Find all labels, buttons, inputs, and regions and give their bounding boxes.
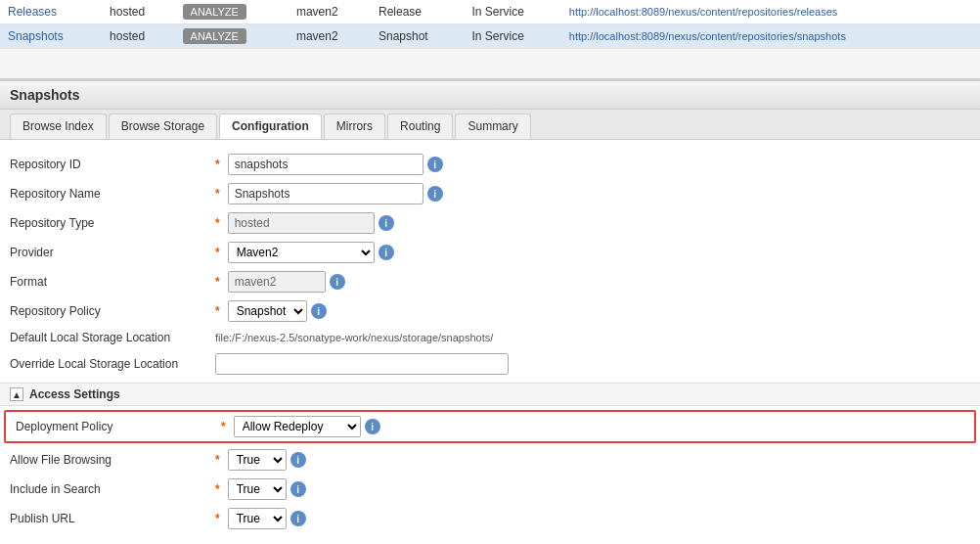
repo-name-row: Repository Name * i <box>0 179 980 208</box>
repo-type-info-icon[interactable]: i <box>379 215 394 231</box>
deployment-policy-value: * Allow Redeploy Disable Redeploy Read O… <box>221 416 380 437</box>
tab-bar: Browse IndexBrowse StorageConfigurationM… <box>0 110 980 140</box>
override-storage-input[interactable] <box>215 353 509 375</box>
include-search-select[interactable]: True False <box>228 478 287 500</box>
provider-value: * Maven2 i <box>215 242 394 263</box>
deployment-policy-select[interactable]: Allow Redeploy Disable Redeploy Read Onl… <box>234 416 361 437</box>
status-cell: In Service <box>464 0 560 24</box>
publish-url-label: Publish URL <box>10 512 215 525</box>
repo-policy-row: Repository Policy * Snapshot Release i <box>0 296 980 326</box>
provider-cell: maven2 <box>289 24 371 49</box>
repo-type-row: Repository Type * i <box>0 208 980 238</box>
allow-browsing-row: Allow File Browsing * True False i <box>0 445 980 475</box>
allow-browsing-select[interactable]: True False <box>228 449 287 471</box>
format-value: * i <box>215 271 345 293</box>
analyze-cell[interactable]: ANALYZE <box>175 24 289 49</box>
repo-type-cell: hosted <box>102 0 174 24</box>
include-search-label: Include in Search <box>10 482 215 496</box>
override-storage-row: Override Local Storage Location <box>0 349 980 379</box>
provider-info-icon[interactable]: i <box>379 245 394 260</box>
repo-name-info-icon[interactable]: i <box>427 186 443 202</box>
required-star-2: * <box>215 187 220 201</box>
required-star-7: * <box>221 420 226 433</box>
panel-title: Snapshots <box>10 87 80 103</box>
required-star-9: * <box>215 482 220 496</box>
provider-cell: maven2 <box>289 0 371 24</box>
repo-type-input <box>228 212 375 234</box>
url-cell: http://localhost:8089/nexus/content/repo… <box>561 24 980 49</box>
deployment-policy-label: Deployment Policy <box>16 420 221 433</box>
panel-header: Snapshots <box>0 79 980 110</box>
repo-name-cell: Releases <box>0 0 102 24</box>
provider-row: Provider * Maven2 i <box>0 238 980 267</box>
repo-id-label: Repository ID <box>10 158 215 171</box>
table-row: Releases hosted ANALYZE maven2 Release I… <box>0 0 980 24</box>
repo-type-value: * i <box>215 212 394 234</box>
default-storage-row: Default Local Storage Location file:/F:/… <box>0 326 980 349</box>
default-storage-value: file:/F:/nexus-2.5/sonatype-work/nexus/s… <box>215 332 493 343</box>
repository-table: Releases hosted ANALYZE maven2 Release I… <box>0 0 980 49</box>
include-search-info-icon[interactable]: i <box>290 481 306 497</box>
publish-url-select[interactable]: True False <box>228 508 287 529</box>
policy-cell: Snapshot <box>371 24 465 49</box>
repo-name-input[interactable] <box>228 183 423 204</box>
repo-id-input[interactable] <box>228 154 423 175</box>
publish-url-row: Publish URL * True False i <box>0 504 980 533</box>
tab-mirrors[interactable]: Mirrors <box>324 113 385 139</box>
repo-name-label: Repository Name <box>10 187 215 201</box>
analyze-button[interactable]: ANALYZE <box>183 28 246 44</box>
collapse-icon[interactable]: ▲ <box>10 387 23 401</box>
format-row: Format * i <box>0 267 980 296</box>
repo-type-label: Repository Type <box>10 216 215 230</box>
table-row: Snapshots hosted ANALYZE maven2 Snapshot… <box>0 24 980 49</box>
publish-url-value: * True False i <box>215 508 306 529</box>
allow-browsing-label: Allow File Browsing <box>10 453 215 467</box>
repo-id-row: Repository ID * i <box>0 150 980 179</box>
override-storage-label: Override Local Storage Location <box>10 357 215 371</box>
repo-id-info-icon[interactable]: i <box>427 157 443 172</box>
include-search-value: * True False i <box>215 478 306 500</box>
required-star-5: * <box>215 275 220 289</box>
default-storage-label: Default Local Storage Location <box>10 331 215 344</box>
default-storage-text: file:/F:/nexus-2.5/sonatype-work/nexus/s… <box>215 332 493 343</box>
repo-type-cell: hosted <box>102 24 174 49</box>
policy-info-icon[interactable]: i <box>311 303 327 319</box>
tab-routing[interactable]: Routing <box>387 113 453 139</box>
allow-browsing-info-icon[interactable]: i <box>290 452 306 468</box>
repo-name-cell: Snapshots <box>0 24 102 49</box>
tab-browse-storage[interactable]: Browse Storage <box>109 113 217 139</box>
provider-label: Provider <box>10 246 215 259</box>
policy-select[interactable]: Snapshot Release <box>228 300 307 322</box>
required-star: * <box>215 158 220 171</box>
override-storage-value <box>215 353 509 375</box>
access-settings-header: ▲ Access Settings <box>0 383 980 406</box>
required-star-10: * <box>215 512 220 525</box>
allow-browsing-value: * True False i <box>215 449 306 471</box>
required-star-6: * <box>215 304 220 318</box>
include-search-row: Include in Search * True False i <box>0 475 980 504</box>
analyze-button[interactable]: ANALYZE <box>183 4 246 20</box>
provider-select[interactable]: Maven2 <box>228 242 375 263</box>
policy-cell: Release <box>371 0 465 24</box>
tab-browse-index[interactable]: Browse Index <box>10 113 107 139</box>
repo-name-value: * i <box>215 183 443 204</box>
publish-url-info-icon[interactable]: i <box>290 511 306 526</box>
format-input <box>228 271 326 293</box>
status-cell: In Service <box>464 24 560 49</box>
repo-id-value: * i <box>215 154 443 175</box>
access-settings-title: Access Settings <box>29 387 120 401</box>
analyze-cell[interactable]: ANALYZE <box>175 0 289 24</box>
tab-configuration[interactable]: Configuration <box>219 113 322 139</box>
form-section: Repository ID * i Repository Name * i Re… <box>0 140 980 543</box>
tab-summary[interactable]: Summary <box>455 113 530 139</box>
required-star-4: * <box>215 246 220 259</box>
deployment-policy-info-icon[interactable]: i <box>365 419 380 434</box>
format-info-icon[interactable]: i <box>330 274 345 290</box>
panel-container: Snapshots Browse IndexBrowse StorageConf… <box>0 79 980 543</box>
repo-policy-label: Repository Policy <box>10 304 215 318</box>
required-star-3: * <box>215 216 220 230</box>
format-label: Format <box>10 275 215 289</box>
deployment-policy-row: Deployment Policy * Allow Redeploy Disab… <box>4 410 976 443</box>
repo-policy-value: * Snapshot Release i <box>215 300 327 322</box>
url-cell: http://localhost:8089/nexus/content/repo… <box>561 0 980 24</box>
